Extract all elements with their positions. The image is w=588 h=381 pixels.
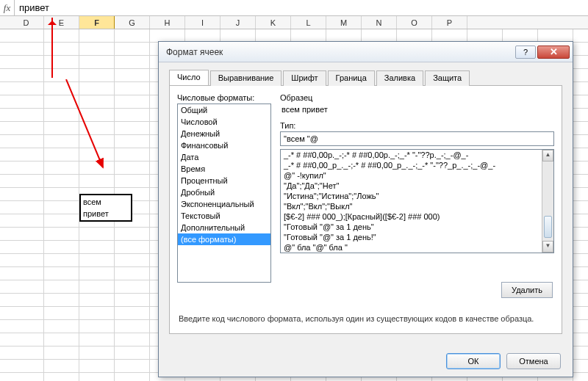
type-input[interactable]: [280, 131, 554, 146]
list-item[interactable]: Числовой: [178, 116, 270, 128]
column-header[interactable]: O: [397, 16, 432, 29]
column-header[interactable]: H: [150, 16, 185, 29]
list-item[interactable]: Дата: [178, 151, 270, 163]
sample-label: Образец: [280, 93, 554, 102]
column-header[interactable]: M: [326, 16, 362, 29]
list-item[interactable]: Денежный: [178, 128, 270, 139]
list-item[interactable]: Текстовый: [178, 210, 270, 222]
column-header[interactable]: D: [9, 16, 44, 29]
list-item[interactable]: "Да";"Да";"Нет": [281, 181, 553, 191]
column-header[interactable]: L: [291, 16, 326, 29]
column-header[interactable]: K: [256, 16, 291, 29]
column-header[interactable]: P: [432, 16, 467, 29]
annotation-arrow: [51, 18, 53, 78]
list-item[interactable]: _-* # ##0,00_р_._-;-* # ##0,00_р_._-;_-*…: [281, 160, 553, 170]
tab-выравнивание[interactable]: Выравнивание: [210, 70, 282, 86]
list-item[interactable]: Финансовый: [178, 139, 270, 151]
delete-button[interactable]: Удалить: [501, 282, 553, 298]
close-button[interactable]: ✕: [537, 46, 570, 59]
dialog-tabs: ЧислоВыравниваниеШрифтГраницаЗаливкаЗащи…: [169, 70, 562, 86]
tab-защита[interactable]: Защита: [425, 70, 470, 86]
column-headers: DEFGHIJKLMNOP: [0, 16, 588, 29]
list-item[interactable]: (все форматы): [178, 233, 270, 245]
list-item[interactable]: "Готовый "@" за 1 день": [281, 222, 553, 232]
list-item[interactable]: [$€-2] ### 000_);[Красный]([$€-2] ### 00…: [281, 211, 553, 222]
tab-число[interactable]: Число: [169, 70, 209, 85]
dialog-footer: ОК Отмена: [446, 353, 561, 369]
column-header[interactable]: I: [185, 16, 220, 29]
list-item[interactable]: _-* # ##0,00р._-;-* # ##0,00р._-;_-* "-"…: [281, 150, 553, 160]
formula-input[interactable]: привет: [15, 0, 588, 16]
scroll-up-icon[interactable]: ▲: [542, 150, 553, 162]
column-header[interactable]: N: [362, 16, 397, 29]
scroll-down-icon[interactable]: ▼: [542, 241, 553, 253]
svg-line-0: [66, 79, 103, 167]
list-item[interactable]: "всем "@: [281, 253, 553, 253]
list-item[interactable]: Дополнительный: [178, 222, 270, 233]
help-button[interactable]: ?: [515, 46, 536, 59]
column-header[interactable]: J: [220, 16, 256, 29]
list-item[interactable]: "Вкл";"Вкл";"Выкл": [281, 201, 553, 211]
list-item[interactable]: Процентный: [178, 175, 270, 186]
tab-заливка[interactable]: Заливка: [376, 70, 423, 86]
category-listbox[interactable]: ОбщийЧисловойДенежныйФинансовыйДатаВремя…: [177, 104, 271, 283]
list-item[interactable]: Экспоненциальный: [178, 198, 270, 210]
dialog-titlebar[interactable]: Формат ячеек ? ✕: [159, 42, 573, 62]
scrollbar[interactable]: ▲ ▼: [542, 150, 553, 253]
formula-bar: fx привет: [0, 0, 588, 16]
tab-шрифт[interactable]: Шрифт: [283, 70, 326, 86]
list-item[interactable]: Общий: [178, 104, 270, 116]
format-cells-dialog: Формат ячеек ? ✕ ЧислоВыравниваниеШрифтГ…: [158, 41, 573, 377]
dialog-title: Формат ячеек: [166, 47, 514, 57]
annotation-arrow: [59, 79, 147, 175]
list-item[interactable]: @" -!купил": [281, 170, 553, 181]
cancel-button[interactable]: Отмена: [506, 353, 561, 369]
list-item[interactable]: Дробный: [178, 186, 270, 198]
list-item[interactable]: Время: [178, 163, 270, 175]
fx-icon[interactable]: fx: [0, 0, 15, 15]
ok-button[interactable]: ОК: [446, 353, 501, 369]
format-listbox[interactable]: _-* # ##0,00р._-;-* # ##0,00р._-;_-* "-"…: [280, 149, 554, 253]
active-cell[interactable]: всем привет: [79, 194, 132, 222]
list-item[interactable]: @" бла "@" бла ": [281, 242, 553, 253]
number-pane: Числовые форматы: ОбщийЧисловойДенежныйФ…: [169, 86, 562, 334]
type-label: Тип:: [280, 121, 554, 130]
hint-text: Введите код числового формата, используя…: [179, 314, 553, 323]
sample-value: всем привет: [280, 104, 554, 121]
column-header[interactable]: F: [79, 16, 115, 29]
column-header[interactable]: G: [115, 16, 150, 29]
scroll-thumb[interactable]: [544, 216, 552, 238]
category-label: Числовые форматы:: [177, 93, 271, 102]
list-item[interactable]: "Истина";"Истина";"Ложь": [281, 191, 553, 201]
tab-граница[interactable]: Граница: [328, 70, 375, 86]
list-item[interactable]: "Готовый "@" за 1 день!": [281, 232, 553, 242]
